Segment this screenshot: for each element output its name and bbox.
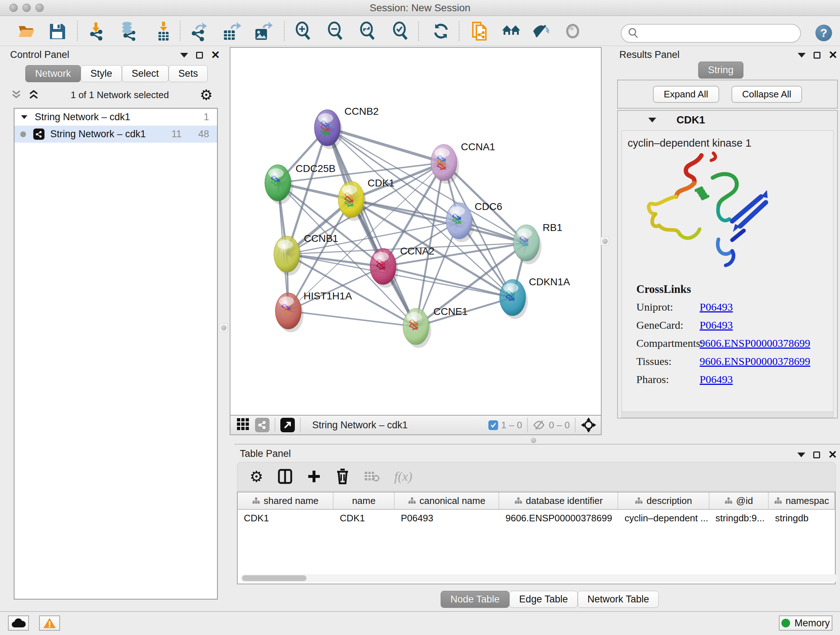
refresh-button[interactable] <box>431 21 452 42</box>
crosslink-value-link[interactable]: 9606.ENSP00000378699 <box>699 355 810 367</box>
table-cell[interactable]: stringdb:9... <box>709 510 769 526</box>
zoom-in-button[interactable] <box>293 21 314 42</box>
collapse-protein-icon[interactable] <box>648 118 656 122</box>
string-network-graph[interactable]: CCNB2CCNA1CDC25BCDK1CDC6RB1CCNB1CCNA2CDK… <box>231 48 601 414</box>
crosslink-value-link[interactable]: P06493 <box>699 373 733 386</box>
table-cell[interactable]: CDK1 <box>238 510 333 526</box>
cloud-status-button[interactable] <box>8 616 29 631</box>
save-session-button[interactable] <box>47 21 68 42</box>
memory-label: Memory <box>794 618 830 629</box>
results-panel: Results Panel ✕ String Expand All Collap… <box>615 46 840 442</box>
search-icon <box>627 27 639 40</box>
help-button[interactable]: ? <box>815 25 832 41</box>
column-header-shared-name[interactable]: shared name <box>238 492 333 509</box>
tab-sets[interactable]: Sets <box>169 65 208 82</box>
scrollbar-thumb[interactable] <box>242 575 306 581</box>
home-layout-button[interactable] <box>501 21 522 42</box>
selected-checkbox-icon[interactable] <box>488 420 498 430</box>
table-options-gear-icon[interactable]: ⚙ <box>249 468 264 486</box>
export-table-button[interactable] <box>221 21 242 42</box>
tab-select[interactable]: Select <box>122 65 169 82</box>
maximize-panel-icon[interactable] <box>196 52 203 59</box>
warning-status-button[interactable] <box>39 616 60 631</box>
import-table-button[interactable] <box>153 21 174 42</box>
crosslink-value-link[interactable]: P06493 <box>699 319 733 331</box>
table-row[interactable]: CDK1CDK1P064939606.ENSP00000378699cyclin… <box>238 510 835 526</box>
right-splitter-handle[interactable] <box>600 237 609 245</box>
column-header-description[interactable]: description <box>618 492 709 509</box>
open-view-in-window-icon[interactable] <box>280 418 295 432</box>
birds-eye-view-icon[interactable] <box>581 417 597 433</box>
table-cell[interactable]: cyclin–dependent ... <box>618 510 709 526</box>
column-header-name[interactable]: name <box>333 492 395 509</box>
close-panel-icon[interactable]: ✕ <box>828 451 837 458</box>
column-header-database-identifier[interactable]: database identifier <box>499 492 618 509</box>
shared-column-icon <box>408 497 416 504</box>
minimize-window-button[interactable] <box>22 4 31 12</box>
zoom-selected-button[interactable] <box>390 21 411 42</box>
export-network-button[interactable] <box>188 21 210 42</box>
table-cell[interactable]: 9606.ENSP00000378699 <box>499 510 618 526</box>
collapse-all-icon[interactable] <box>10 89 22 100</box>
close-window-button[interactable] <box>9 4 18 12</box>
float-panel-icon[interactable] <box>180 53 188 57</box>
svg-text:CCNB2: CCNB2 <box>344 106 379 117</box>
network-canvas[interactable]: CCNB2CCNA1CDC25BCDK1CDC6RB1CCNB1CCNA2CDK… <box>230 47 602 415</box>
save-floppy-icon <box>47 21 67 41</box>
svg-text:CCNB1: CCNB1 <box>304 233 338 244</box>
expand-all-icon[interactable] <box>27 89 40 100</box>
maximize-panel-icon[interactable] <box>813 52 821 59</box>
import-network-file-button[interactable] <box>85 21 106 42</box>
network-options-gear-icon[interactable]: ⚙ <box>200 87 213 103</box>
expand-all-button[interactable]: Expand All <box>653 86 719 103</box>
close-panel-icon[interactable]: ✕ <box>829 51 837 59</box>
tab-network-table[interactable]: Network Table <box>578 591 659 608</box>
grid-view-icon[interactable] <box>236 417 250 432</box>
node-table[interactable]: shared namenamecanonical namedatabase id… <box>237 492 836 584</box>
export-image-button[interactable] <box>252 21 273 42</box>
close-panel-icon[interactable]: ✕ <box>211 51 220 59</box>
hidden-eye-slash-icon <box>533 420 546 431</box>
tab-string[interactable]: String <box>698 62 744 79</box>
zoom-out-button[interactable] <box>325 21 346 42</box>
results-scrollbar[interactable] <box>622 412 834 418</box>
hide-selected-button[interactable] <box>531 21 552 42</box>
tab-edge-table[interactable]: Edge Table <box>509 591 578 608</box>
bottom-splitter-handle[interactable] <box>531 438 536 443</box>
float-panel-icon[interactable] <box>797 453 805 457</box>
zoom-fit-button[interactable] <box>357 21 378 42</box>
table-cell[interactable]: CDK1 <box>333 510 395 526</box>
collapse-all-button[interactable]: Collapse All <box>731 86 802 103</box>
maximize-panel-icon[interactable] <box>813 451 820 458</box>
delete-column-icon[interactable] <box>336 469 349 485</box>
protein-description: cyclin–dependent kinase 1 <box>628 137 833 149</box>
zoom-window-button[interactable] <box>35 4 44 12</box>
table-cell[interactable]: P06493 <box>395 510 499 526</box>
show-columns-icon[interactable] <box>278 469 292 484</box>
collapse-collection-icon[interactable] <box>21 115 27 119</box>
crosslink-value-link[interactable]: 9606.ENSP00000378699 <box>699 337 810 349</box>
tab-style[interactable]: Style <box>81 65 122 82</box>
search-input[interactable] <box>621 24 801 43</box>
network-collection-row[interactable]: String Network – cdk1 1 <box>14 109 217 126</box>
network-row[interactable]: String Network – cdk1 11 48 <box>14 126 217 143</box>
left-splitter-handle[interactable] <box>219 323 228 332</box>
float-panel-icon[interactable] <box>798 53 806 57</box>
column-header--id[interactable]: @id <box>709 492 769 509</box>
memory-button[interactable]: Memory <box>779 616 832 631</box>
column-header-namespac[interactable]: namespac <box>769 492 835 509</box>
clone-network-button[interactable] <box>470 21 491 42</box>
open-session-button[interactable] <box>16 21 37 42</box>
table-horizontal-scrollbar[interactable] <box>240 574 837 582</box>
tab-node-table[interactable]: Node Table <box>441 591 509 608</box>
import-network-database-button[interactable] <box>117 21 138 42</box>
delete-table-icon[interactable] <box>364 470 380 483</box>
crosslink-value-link[interactable]: P06493 <box>699 301 733 313</box>
function-builder-icon[interactable]: f(x) <box>394 469 412 484</box>
add-column-icon[interactable] <box>307 469 321 484</box>
tab-network[interactable]: Network <box>25 65 81 82</box>
network-view-icon[interactable] <box>255 418 270 432</box>
show-all-button[interactable] <box>562 21 583 42</box>
table-cell[interactable]: stringdb <box>769 510 835 526</box>
column-header-canonical-name[interactable]: canonical name <box>395 492 499 509</box>
